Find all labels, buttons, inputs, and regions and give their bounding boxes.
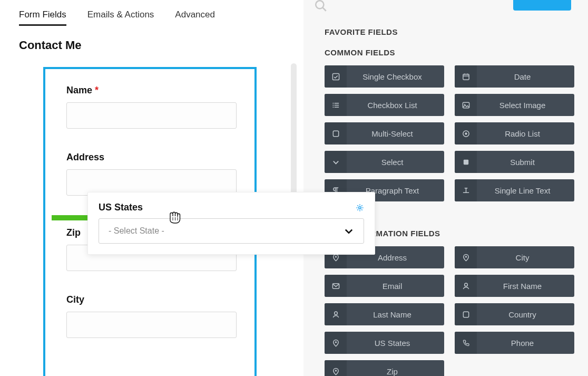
map-pin-icon bbox=[325, 332, 347, 354]
dragging-field-card[interactable]: US States - Select State - bbox=[87, 192, 375, 255]
state-select[interactable]: - Select State - bbox=[99, 218, 364, 244]
builder-left-panel: Form Fields Emails & Actions Advanced Co… bbox=[0, 0, 303, 376]
map-pin-icon bbox=[455, 246, 477, 268]
form-field-name[interactable]: Name * bbox=[66, 85, 233, 129]
field-type-label: Country bbox=[477, 310, 574, 319]
field-type-button[interactable]: Phone bbox=[455, 332, 574, 354]
field-type-label: Select Image bbox=[477, 101, 574, 110]
chevron-down-icon bbox=[325, 151, 347, 173]
required-star: * bbox=[95, 85, 99, 95]
user-icon bbox=[455, 275, 477, 297]
section-common-fields: COMMON FIELDS bbox=[325, 48, 574, 57]
field-type-label: Single Checkbox bbox=[347, 72, 444, 81]
field-type-button[interactable]: Email bbox=[325, 275, 444, 297]
field-type-button[interactable]: Single Line Text bbox=[455, 179, 574, 201]
field-type-button[interactable]: Date bbox=[455, 65, 574, 88]
fields-sidebar: FAVORITE FIELDS COMMON FIELDS Single Che… bbox=[303, 0, 588, 376]
field-type-label: City bbox=[477, 253, 574, 262]
square-icon bbox=[455, 303, 477, 325]
tab-advanced[interactable]: Advanced bbox=[175, 9, 215, 26]
field-label: Name * bbox=[66, 85, 233, 96]
field-type-label: US States bbox=[347, 339, 444, 348]
text-input[interactable] bbox=[66, 102, 237, 129]
field-type-label: First Name bbox=[477, 282, 574, 291]
field-type-button[interactable]: City bbox=[455, 246, 574, 268]
field-type-button[interactable]: Multi-Select bbox=[325, 122, 444, 144]
image-icon bbox=[455, 94, 477, 116]
list-icon bbox=[325, 94, 347, 116]
field-label: City bbox=[66, 294, 233, 305]
gear-icon[interactable] bbox=[356, 204, 364, 212]
primary-button[interactable] bbox=[513, 0, 571, 11]
field-type-button[interactable]: US States bbox=[325, 332, 444, 354]
user-icon bbox=[325, 303, 347, 325]
field-type-button[interactable]: Submit bbox=[455, 151, 574, 173]
square-icon bbox=[325, 122, 347, 144]
check-square-icon bbox=[325, 65, 347, 88]
field-type-button[interactable]: Country bbox=[455, 303, 574, 325]
field-type-label: Multi-Select bbox=[347, 129, 444, 138]
pointer-cursor-icon bbox=[166, 208, 181, 224]
drag-card-title: US States bbox=[99, 202, 143, 213]
chevron-down-icon bbox=[344, 226, 354, 236]
envelope-icon bbox=[325, 275, 347, 297]
field-type-button[interactable]: Last Name bbox=[325, 303, 444, 325]
field-type-button[interactable]: Zip bbox=[325, 360, 444, 376]
search-icon[interactable] bbox=[314, 0, 328, 13]
calendar-icon bbox=[455, 65, 477, 88]
filled-square-icon bbox=[455, 151, 477, 173]
field-type-label: Zip bbox=[347, 367, 444, 376]
select-placeholder: - Select State - bbox=[109, 226, 164, 236]
dot-circle-icon bbox=[455, 122, 477, 144]
field-type-label: Last Name bbox=[347, 310, 444, 319]
field-type-button[interactable]: Select bbox=[325, 151, 444, 173]
field-type-label: Date bbox=[477, 72, 574, 81]
text-input[interactable] bbox=[66, 312, 237, 338]
form-field-address[interactable]: Address bbox=[66, 152, 233, 196]
tab-emails-actions[interactable]: Emails & Actions bbox=[87, 9, 154, 26]
field-type-button[interactable]: Select Image bbox=[455, 94, 574, 116]
field-label: Address bbox=[66, 152, 233, 163]
field-type-label: Single Line Text bbox=[477, 186, 574, 195]
tab-form-fields[interactable]: Form Fields bbox=[19, 9, 66, 26]
section-favorite-fields: FAVORITE FIELDS bbox=[325, 27, 574, 36]
map-pin-icon bbox=[325, 360, 347, 376]
scrollbar[interactable] bbox=[291, 63, 297, 200]
page-title: Contact Me bbox=[19, 38, 303, 52]
field-type-label: Email bbox=[347, 282, 444, 291]
field-type-label: Checkbox List bbox=[347, 101, 444, 110]
field-type-button[interactable]: Single Checkbox bbox=[325, 65, 444, 88]
text-cursor-icon bbox=[455, 179, 477, 201]
field-type-label: Phone bbox=[477, 339, 574, 348]
field-type-label: Submit bbox=[477, 158, 574, 167]
field-type-button[interactable]: First Name bbox=[455, 275, 574, 297]
builder-tabs: Form Fields Emails & Actions Advanced bbox=[19, 9, 303, 26]
field-type-label: Select bbox=[347, 158, 444, 167]
field-type-button[interactable]: Checkbox List bbox=[325, 94, 444, 116]
field-type-label: Radio List bbox=[477, 129, 574, 138]
field-type-button[interactable]: Radio List bbox=[455, 122, 574, 144]
phone-icon bbox=[455, 332, 477, 354]
form-field-city[interactable]: City bbox=[66, 294, 233, 338]
